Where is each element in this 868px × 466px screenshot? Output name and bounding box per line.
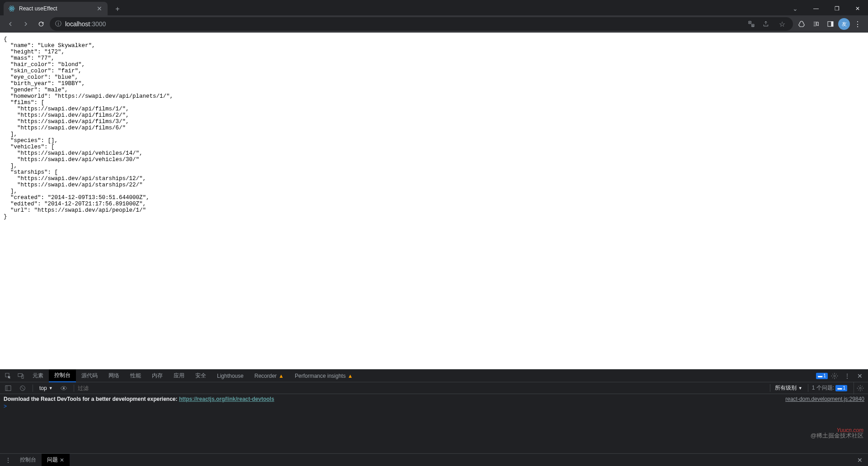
inspect-element-icon[interactable] xyxy=(2,370,14,382)
tab-recorder[interactable]: Recorder▲ xyxy=(249,370,289,382)
watermark-grey: @稀土掘金技术社区 xyxy=(811,432,863,440)
browser-titlebar: React useEffect ✕ + ⌄ — ❐ ✕ xyxy=(0,0,868,15)
context-selector[interactable]: top ▼ xyxy=(37,385,56,391)
url-port: :3000 xyxy=(90,20,106,28)
json-output: { "name": "Luke Skywalker", "height": "1… xyxy=(4,36,864,220)
tab-application[interactable]: 应用 xyxy=(168,370,190,382)
menu-icon[interactable]: ⋮ xyxy=(851,17,864,31)
devtools-tabs: 元素 控制台 源代码 网络 性能 内存 应用 安全 Lighthouse Rec… xyxy=(0,370,868,382)
tab-network[interactable]: 网络 xyxy=(103,370,125,382)
live-expression-icon[interactable] xyxy=(57,382,70,395)
log-levels-selector[interactable]: 所有级别 ▼ xyxy=(770,384,805,392)
share-icon[interactable] xyxy=(762,20,773,28)
profile-avatar[interactable]: 友 xyxy=(838,18,850,30)
tab-elements[interactable]: 元素 xyxy=(27,370,49,382)
window-controls: ⌄ — ❐ ✕ xyxy=(785,2,868,15)
translate-icon[interactable] xyxy=(748,20,759,28)
tab-memory[interactable]: 内存 xyxy=(146,370,168,382)
reading-list-icon[interactable] xyxy=(809,17,823,31)
clear-console-icon[interactable] xyxy=(16,382,29,395)
forward-button[interactable] xyxy=(19,17,33,31)
issues-count-label: 1 个问题: ▬ 1 xyxy=(808,384,851,392)
console-message: Download the React DevTools for a better… xyxy=(4,396,274,402)
back-button[interactable] xyxy=(4,17,17,31)
site-info-icon[interactable]: ⓘ xyxy=(55,20,61,28)
console-prompt[interactable]: > xyxy=(4,403,864,409)
console-sidebar-toggle-icon[interactable] xyxy=(2,382,14,395)
new-tab-button[interactable]: + xyxy=(111,3,124,15)
url-host: localhost xyxy=(65,20,90,28)
side-panel-icon[interactable] xyxy=(824,17,837,31)
tab-sources[interactable]: 源代码 xyxy=(76,370,103,382)
window-close-button[interactable]: ✕ xyxy=(847,2,868,15)
tab-security[interactable]: 安全 xyxy=(190,370,212,382)
tab-search-button[interactable]: ⌄ xyxy=(785,2,806,15)
device-toggle-icon[interactable] xyxy=(14,370,27,382)
console-settings-icon[interactable] xyxy=(854,382,866,395)
devtools-close-icon[interactable]: ✕ xyxy=(854,370,866,382)
drawer-close-icon[interactable]: ✕ xyxy=(854,454,866,466)
extensions-icon[interactable] xyxy=(795,17,808,31)
svg-point-9 xyxy=(834,375,835,377)
svg-rect-5 xyxy=(831,22,833,27)
bookmark-icon[interactable]: ☆ xyxy=(777,20,788,29)
url-input[interactable]: ⓘ localhost:3000 ☆ xyxy=(50,17,793,31)
svg-rect-10 xyxy=(5,385,11,390)
filter-input[interactable] xyxy=(78,385,123,391)
console-output[interactable]: Download the React DevTools for a better… xyxy=(0,394,868,453)
address-bar: ⓘ localhost:3000 ☆ 友 ⋮ xyxy=(0,15,868,33)
tab-console[interactable]: 控制台 xyxy=(49,370,76,382)
drawer-menu-icon[interactable]: ⋮ xyxy=(2,454,14,466)
drawer-tab-console[interactable]: 控制台 xyxy=(14,454,42,466)
page-content: { "name": "Luke Skywalker", "height": "1… xyxy=(0,33,868,369)
browser-tab[interactable]: React useEffect ✕ xyxy=(4,2,108,15)
svg-point-15 xyxy=(859,387,861,389)
tab-title: React useEffect xyxy=(19,5,92,12)
devtools-panel: 元素 控制台 源代码 网络 性能 内存 应用 安全 Lighthouse Rec… xyxy=(0,369,868,466)
devtools-drawer: ⋮ 控制台 问题 ✕ ✕ xyxy=(0,453,868,466)
console-link[interactable]: https://reactjs.org/link/react-devtools xyxy=(179,396,274,402)
window-minimize-button[interactable]: — xyxy=(806,2,826,15)
more-icon[interactable]: ⋮ xyxy=(841,370,854,382)
react-icon xyxy=(8,5,15,12)
drawer-tab-close-icon[interactable]: ✕ xyxy=(60,457,64,463)
svg-point-0 xyxy=(11,8,13,10)
reload-button[interactable] xyxy=(34,17,48,31)
console-source-link[interactable]: react-dom.development.js:29840 xyxy=(785,396,864,402)
svg-line-13 xyxy=(21,386,24,390)
svg-point-14 xyxy=(63,387,65,389)
console-toolbar: top ▼ 所有级别 ▼ 1 个问题: ▬ 1 xyxy=(0,382,868,394)
tab-performance-insights[interactable]: Performance insights▲ xyxy=(289,370,359,382)
drawer-tab-issues[interactable]: 问题 ✕ xyxy=(42,454,70,466)
settings-icon[interactable] xyxy=(828,370,841,382)
tab-close-button[interactable]: ✕ xyxy=(96,5,103,12)
issues-badge[interactable]: ▬ 1 xyxy=(816,370,828,382)
tab-lighthouse[interactable]: Lighthouse xyxy=(212,370,249,382)
tab-performance[interactable]: 性能 xyxy=(125,370,146,382)
window-maximize-button[interactable]: ❐ xyxy=(826,2,847,15)
